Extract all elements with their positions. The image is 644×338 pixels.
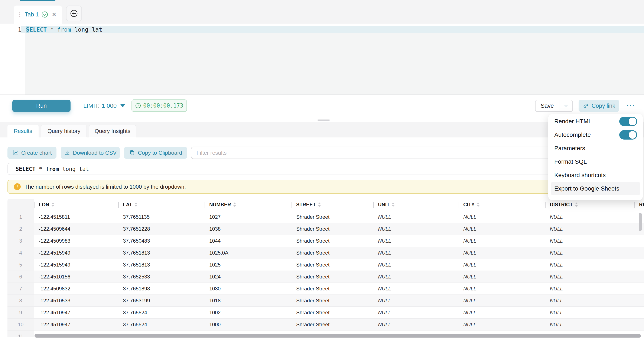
autocomplete-toggle[interactable] xyxy=(619,130,637,139)
sort-icon[interactable] xyxy=(51,203,54,207)
tab-query-insights[interactable]: Query Insights xyxy=(89,125,136,137)
table-cell[interactable]: NULL xyxy=(373,295,458,306)
table-row[interactable]: 6-122.451015637.76525331024Shrader Stree… xyxy=(8,271,644,283)
table-cell[interactable] xyxy=(634,271,644,282)
table-cell[interactable]: 1025 xyxy=(204,259,292,271)
column-header-street[interactable]: STREET xyxy=(292,199,373,211)
table-cell[interactable]: Shrader Street xyxy=(292,283,373,294)
table-cell[interactable]: -122.4515811 xyxy=(34,211,118,223)
table-cell[interactable]: -122.4510947 xyxy=(34,307,118,318)
table-cell[interactable] xyxy=(634,235,644,247)
table-cell[interactable]: NULL xyxy=(458,307,545,318)
table-cell[interactable]: NULL xyxy=(545,307,634,318)
table-row[interactable]: 3-122.450998337.76504831044Shrader Stree… xyxy=(8,235,644,247)
column-header-number[interactable]: NUMBER xyxy=(204,199,292,211)
table-cell[interactable]: NULL xyxy=(545,259,634,271)
table-cell[interactable]: 1024 xyxy=(204,271,292,282)
table-cell[interactable]: Shrader Street xyxy=(292,295,373,306)
table-cell[interactable]: -122.4510156 xyxy=(34,271,118,282)
table-cell[interactable]: NULL xyxy=(373,223,458,235)
table-cell[interactable]: Shrader Street xyxy=(292,247,373,259)
save-options-button[interactable] xyxy=(559,100,572,111)
table-cell[interactable]: 37.765524 xyxy=(118,307,204,318)
table-cell[interactable]: NULL xyxy=(545,247,634,259)
table-cell[interactable]: NULL xyxy=(458,271,545,282)
copy-link-button[interactable]: Copy link xyxy=(578,100,619,112)
table-cell[interactable]: 1000 xyxy=(204,318,292,330)
drag-handle-icon[interactable]: ⋮ xyxy=(17,12,22,17)
table-cell[interactable]: NULL xyxy=(545,295,634,306)
table-row[interactable]: 9-122.451094737.7655241002Shrader Street… xyxy=(8,307,644,318)
table-cell[interactable]: -122.4509983 xyxy=(34,235,118,247)
table-cell[interactable]: NULL xyxy=(373,235,458,247)
table-cell[interactable]: NULL xyxy=(373,307,458,318)
table-row[interactable]: 5-122.451594937.76518131025Shrader Stree… xyxy=(8,259,644,271)
menu-item-keyboard-shortcuts[interactable]: Keyboard shortcuts xyxy=(548,168,643,182)
table-cell[interactable]: NULL xyxy=(545,283,634,294)
limit-dropdown[interactable]: LIMIT: 1 000 xyxy=(83,100,125,112)
table-cell[interactable]: NULL xyxy=(458,235,545,247)
table-cell[interactable]: NULL xyxy=(373,283,458,294)
table-cell[interactable]: 1044 xyxy=(204,235,292,247)
menu-item-export-google-sheets[interactable]: Export to Google Sheets xyxy=(551,182,640,195)
menu-item-autocomplete[interactable]: Autocomplete xyxy=(548,128,643,141)
table-cell[interactable]: 37.7651813 xyxy=(118,259,204,271)
table-cell[interactable] xyxy=(634,247,644,259)
table-cell[interactable]: -122.4510947 xyxy=(34,318,118,330)
table-cell[interactable]: NULL xyxy=(545,271,634,282)
table-cell[interactable]: -122.4515949 xyxy=(34,259,118,271)
render-html-toggle[interactable] xyxy=(619,117,637,126)
table-cell[interactable]: 1038 xyxy=(204,223,292,235)
tab-1[interactable]: ⋮ Tab 1 ✕ xyxy=(14,6,62,24)
table-row[interactable]: 7-122.450983237.76518981030Shrader Stree… xyxy=(8,283,644,295)
new-tab-button[interactable] xyxy=(66,6,82,21)
horizontal-scrollbar[interactable] xyxy=(34,334,641,337)
table-cell[interactable]: NULL xyxy=(458,223,545,235)
vertical-scrollbar[interactable] xyxy=(639,213,642,231)
tab-query-history[interactable]: Query history xyxy=(41,125,87,137)
sort-icon[interactable] xyxy=(134,203,138,207)
table-cell[interactable]: 37.7651813 xyxy=(118,247,204,259)
table-cell[interactable]: 37.7653199 xyxy=(118,295,204,306)
table-row[interactable]: 4-122.451594937.76518131025.0AShrader St… xyxy=(8,247,644,259)
table-cell[interactable]: NULL xyxy=(458,283,545,294)
table-cell[interactable]: Shrader Street xyxy=(292,259,373,271)
table-cell[interactable]: NULL xyxy=(545,211,634,223)
table-cell[interactable]: NULL xyxy=(458,211,545,223)
create-chart-button[interactable]: Create chart xyxy=(8,147,56,159)
table-cell[interactable]: Shrader Street xyxy=(292,211,373,223)
sql-code-line[interactable]: SELECT * from long_lat xyxy=(26,26,102,33)
table-cell[interactable]: Shrader Street xyxy=(292,271,373,282)
column-header-district[interactable]: DISTRICT xyxy=(545,199,634,211)
table-cell[interactable] xyxy=(634,318,644,330)
menu-item-render-html[interactable]: Render HTML xyxy=(548,115,643,128)
table-cell[interactable]: NULL xyxy=(545,318,634,330)
table-cell[interactable]: 1030 xyxy=(204,283,292,294)
table-cell[interactable]: 37.7651228 xyxy=(118,223,204,235)
table-cell[interactable]: 37.765524 xyxy=(118,318,204,330)
table-cell[interactable]: 37.7650483 xyxy=(118,235,204,247)
table-cell[interactable]: NULL xyxy=(373,271,458,282)
run-button[interactable]: Run xyxy=(12,100,70,112)
table-cell[interactable]: Shrader Street xyxy=(292,307,373,318)
sort-icon[interactable] xyxy=(477,203,480,207)
close-tab-icon[interactable]: ✕ xyxy=(52,11,56,18)
table-cell[interactable]: Shrader Street xyxy=(292,235,373,247)
sql-editor[interactable]: 1 SELECT * from long_lat xyxy=(0,24,644,95)
table-cell[interactable]: Shrader Street xyxy=(292,318,373,330)
menu-item-parameters[interactable]: Parameters xyxy=(548,141,643,155)
table-cell[interactable] xyxy=(634,295,644,306)
table-cell[interactable]: NULL xyxy=(458,295,545,306)
copy-to-clipboard-button[interactable]: Copy to Clipboard xyxy=(124,147,187,159)
sort-icon[interactable] xyxy=(392,203,395,207)
table-row[interactable]: 1-122.451581137.76511351027Shrader Stree… xyxy=(8,211,644,223)
table-cell[interactable]: -122.4509644 xyxy=(34,223,118,235)
table-cell[interactable]: NULL xyxy=(545,235,634,247)
table-cell[interactable]: 1027 xyxy=(204,211,292,223)
table-cell[interactable]: 37.7651898 xyxy=(118,283,204,294)
table-cell[interactable]: NULL xyxy=(373,259,458,271)
table-cell[interactable]: Shrader Street xyxy=(292,223,373,235)
table-cell[interactable]: 1025.0A xyxy=(204,247,292,259)
column-header-lon[interactable]: LON xyxy=(34,199,118,211)
table-cell[interactable]: -122.4515949 xyxy=(34,247,118,259)
